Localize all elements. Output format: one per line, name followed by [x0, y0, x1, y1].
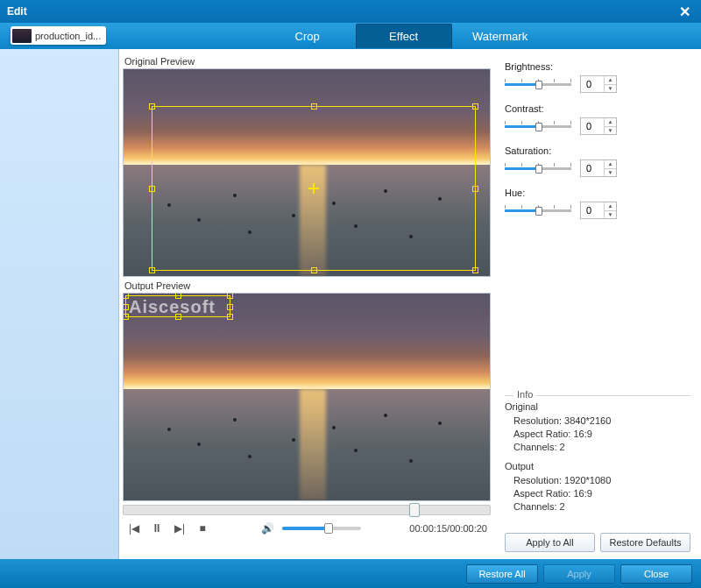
volume-icon[interactable]: 🔊 [259, 521, 275, 536]
next-button[interactable]: ▶| [172, 521, 188, 536]
apply-button[interactable]: Apply [543, 564, 615, 584]
contrast-label: Contrast: [505, 103, 690, 114]
brightness-label: Brightness: [505, 61, 690, 72]
close-icon[interactable]: ✕ [676, 4, 694, 20]
crop-rectangle[interactable] [152, 106, 476, 271]
contrast-input[interactable]: 0▲▼ [580, 117, 617, 135]
output-preview[interactable]: Aiscesoft [123, 293, 491, 501]
info-heading: Info [513, 389, 536, 400]
hue-label: Hue: [505, 188, 690, 198]
file-thumbnail [12, 29, 32, 43]
info-output-heading: Output [505, 461, 690, 471]
timeline-scrubber[interactable] [123, 505, 491, 515]
close-button[interactable]: Close [620, 564, 692, 584]
brightness-slider[interactable] [505, 79, 571, 89]
pause-button[interactable]: II [149, 521, 165, 536]
file-item[interactable]: production_id... [11, 26, 106, 45]
brightness-input[interactable]: 0 ▲▼ [580, 75, 617, 93]
crosshair-icon [308, 183, 319, 194]
restore-defaults-button[interactable]: Restore Defaults [600, 533, 690, 552]
saturation-slider[interactable] [505, 163, 571, 174]
restore-all-button[interactable]: Restore All [466, 564, 538, 584]
mode-tabs: Crop Effect Watermark [106, 23, 701, 49]
saturation-label: Saturation: [505, 145, 690, 156]
watermark-rectangle[interactable] [125, 295, 230, 317]
contrast-slider[interactable] [505, 121, 571, 131]
timecode: 00:00:15/00:00:20 [409, 523, 487, 534]
footer-bar: Restore All Apply Close [0, 559, 701, 588]
transport-controls: |◀ II ▶| ■ 🔊 00:00:15/00:00:20 [123, 515, 491, 542]
apply-to-all-button[interactable]: Apply to All [505, 533, 595, 552]
file-name: production_id... [35, 31, 101, 41]
tab-effect[interactable]: Effect [356, 24, 452, 48]
title-bar: Edit ✕ [0, 0, 701, 23]
spin-down-icon[interactable]: ▼ [605, 85, 616, 93]
original-preview-label: Original Preview [124, 56, 491, 67]
info-original-heading: Original [505, 401, 690, 412]
tab-crop[interactable]: Crop [259, 24, 356, 48]
saturation-input[interactable]: 0▲▼ [580, 159, 617, 177]
prev-button[interactable]: |◀ [126, 521, 142, 536]
original-preview[interactable] [123, 68, 491, 277]
tab-watermark[interactable]: Watermark [452, 24, 549, 48]
stop-button[interactable]: ■ [195, 521, 210, 536]
info-panel: Info Original Resolution: 3840*2160 Aspe… [505, 395, 690, 521]
window-title: Edit [7, 5, 27, 18]
hue-slider[interactable] [505, 205, 571, 216]
file-tab-bar: production_id... Crop Effect Watermark [0, 23, 701, 49]
sidebar [0, 49, 119, 559]
volume-slider[interactable] [282, 527, 361, 530]
output-preview-label: Output Preview [124, 280, 491, 291]
spin-up-icon[interactable]: ▲ [605, 76, 616, 85]
hue-input[interactable]: 0▲▼ [580, 202, 617, 219]
